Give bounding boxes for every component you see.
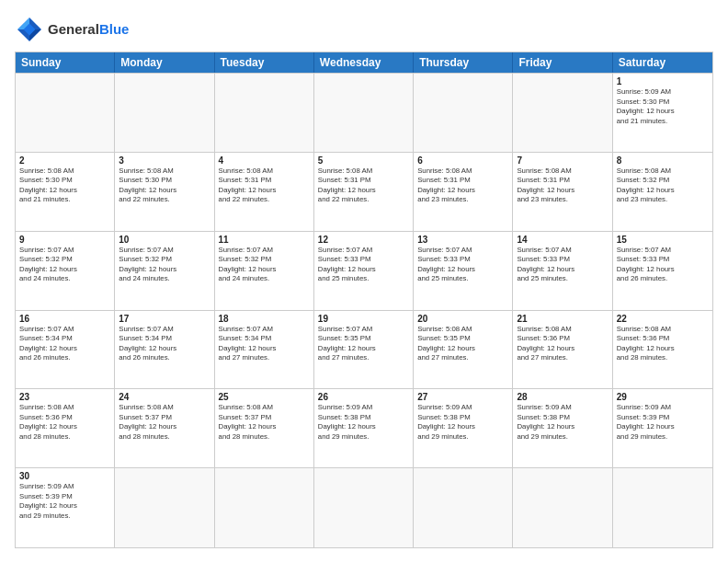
cell-empty xyxy=(513,468,612,547)
calendar: SundayMondayTuesdayWednesdayThursdayFrid… xyxy=(15,52,713,548)
day-number: 24 xyxy=(119,392,210,402)
day-number: 26 xyxy=(318,392,409,402)
cell-empty xyxy=(414,468,513,547)
cell-empty xyxy=(215,468,314,547)
cell-day-13: 13Sunrise: 5:07 AM Sunset: 5:33 PM Dayli… xyxy=(414,232,513,311)
day-number: 12 xyxy=(318,235,409,245)
day-number: 8 xyxy=(617,155,709,166)
cell-info: Sunrise: 5:08 AM Sunset: 5:37 PM Dayligh… xyxy=(119,403,210,442)
day-header-saturday: Saturday xyxy=(613,52,712,73)
day-number: 1 xyxy=(617,76,709,86)
cell-empty xyxy=(314,468,414,547)
cell-info: Sunrise: 5:09 AM Sunset: 5:39 PM Dayligh… xyxy=(617,403,709,442)
day-number: 6 xyxy=(417,155,508,166)
cell-day-30: 30Sunrise: 5:09 AM Sunset: 5:39 PM Dayli… xyxy=(16,468,115,547)
cell-day-24: 24Sunrise: 5:08 AM Sunset: 5:37 PM Dayli… xyxy=(115,389,214,468)
cell-day-4: 4Sunrise: 5:08 AM Sunset: 5:31 PM Daylig… xyxy=(215,153,314,232)
cell-day-11: 11Sunrise: 5:07 AM Sunset: 5:32 PM Dayli… xyxy=(215,232,314,311)
cell-day-28: 28Sunrise: 5:09 AM Sunset: 5:38 PM Dayli… xyxy=(513,389,612,468)
cell-day-20: 20Sunrise: 5:08 AM Sunset: 5:35 PM Dayli… xyxy=(414,311,513,390)
cell-day-29: 29Sunrise: 5:09 AM Sunset: 5:39 PM Dayli… xyxy=(613,389,712,468)
cell-day-25: 25Sunrise: 5:08 AM Sunset: 5:37 PM Dayli… xyxy=(215,389,314,468)
cell-info: Sunrise: 5:09 AM Sunset: 5:30 PM Dayligh… xyxy=(617,87,709,126)
cell-info: Sunrise: 5:08 AM Sunset: 5:35 PM Dayligh… xyxy=(417,325,508,363)
day-number: 14 xyxy=(517,235,608,245)
day-number: 16 xyxy=(19,314,110,324)
cell-day-16: 16Sunrise: 5:07 AM Sunset: 5:34 PM Dayli… xyxy=(16,311,115,390)
cell-day-17: 17Sunrise: 5:07 AM Sunset: 5:34 PM Dayli… xyxy=(115,311,214,390)
day-number: 13 xyxy=(417,235,508,245)
cell-info: Sunrise: 5:07 AM Sunset: 5:34 PM Dayligh… xyxy=(19,325,110,363)
day-number: 21 xyxy=(517,314,608,324)
logo-text: GeneralBlue xyxy=(48,22,129,38)
day-number: 27 xyxy=(417,392,508,402)
day-header-thursday: Thursday xyxy=(414,52,513,73)
cell-info: Sunrise: 5:07 AM Sunset: 5:35 PM Dayligh… xyxy=(318,325,409,363)
day-number: 9 xyxy=(19,235,110,245)
day-number: 3 xyxy=(119,155,210,166)
day-header-monday: Monday xyxy=(115,52,214,73)
cell-info: Sunrise: 5:08 AM Sunset: 5:36 PM Dayligh… xyxy=(19,403,110,442)
cell-info: Sunrise: 5:07 AM Sunset: 5:32 PM Dayligh… xyxy=(219,246,310,284)
cell-day-9: 9Sunrise: 5:07 AM Sunset: 5:32 PM Daylig… xyxy=(16,232,115,311)
day-number: 5 xyxy=(318,155,409,166)
cell-info: Sunrise: 5:07 AM Sunset: 5:33 PM Dayligh… xyxy=(318,246,409,284)
day-header-friday: Friday xyxy=(513,52,612,73)
day-number: 15 xyxy=(617,235,709,245)
cell-day-19: 19Sunrise: 5:07 AM Sunset: 5:35 PM Dayli… xyxy=(314,311,414,390)
day-number: 18 xyxy=(219,314,310,324)
cell-empty xyxy=(115,468,214,547)
cell-info: Sunrise: 5:07 AM Sunset: 5:32 PM Dayligh… xyxy=(19,246,110,284)
logo: GeneralBlue xyxy=(15,15,129,44)
cell-info: Sunrise: 5:07 AM Sunset: 5:32 PM Dayligh… xyxy=(119,246,210,284)
cell-info: Sunrise: 5:09 AM Sunset: 5:39 PM Dayligh… xyxy=(19,482,110,521)
cell-info: Sunrise: 5:08 AM Sunset: 5:32 PM Dayligh… xyxy=(617,167,709,205)
cell-day-6: 6Sunrise: 5:08 AM Sunset: 5:31 PM Daylig… xyxy=(414,153,513,232)
cell-info: Sunrise: 5:09 AM Sunset: 5:38 PM Dayligh… xyxy=(318,403,409,442)
cell-info: Sunrise: 5:08 AM Sunset: 5:36 PM Dayligh… xyxy=(517,325,608,363)
cell-info: Sunrise: 5:08 AM Sunset: 5:31 PM Dayligh… xyxy=(318,167,409,205)
day-number: 10 xyxy=(119,235,210,245)
cell-info: Sunrise: 5:08 AM Sunset: 5:31 PM Dayligh… xyxy=(417,167,508,205)
day-number: 29 xyxy=(617,392,709,402)
day-number: 4 xyxy=(219,155,310,166)
cell-day-12: 12Sunrise: 5:07 AM Sunset: 5:33 PM Dayli… xyxy=(314,232,414,311)
day-number: 23 xyxy=(19,392,110,402)
day-number: 11 xyxy=(219,235,310,245)
cell-empty xyxy=(16,74,115,153)
cell-day-23: 23Sunrise: 5:08 AM Sunset: 5:36 PM Dayli… xyxy=(16,389,115,468)
cell-day-26: 26Sunrise: 5:09 AM Sunset: 5:38 PM Dayli… xyxy=(314,389,414,468)
cell-empty xyxy=(613,468,712,547)
cell-day-21: 21Sunrise: 5:08 AM Sunset: 5:36 PM Dayli… xyxy=(513,311,612,390)
cell-day-10: 10Sunrise: 5:07 AM Sunset: 5:32 PM Dayli… xyxy=(115,232,214,311)
cell-info: Sunrise: 5:08 AM Sunset: 5:31 PM Dayligh… xyxy=(219,167,310,205)
day-number: 30 xyxy=(19,471,110,481)
cell-day-14: 14Sunrise: 5:07 AM Sunset: 5:33 PM Dayli… xyxy=(513,232,612,311)
day-number: 2 xyxy=(19,155,110,166)
day-number: 25 xyxy=(219,392,310,402)
day-number: 17 xyxy=(119,314,210,324)
logo-icon xyxy=(15,15,44,44)
cell-day-27: 27Sunrise: 5:09 AM Sunset: 5:38 PM Dayli… xyxy=(414,389,513,468)
cell-empty xyxy=(513,74,612,153)
cell-info: Sunrise: 5:08 AM Sunset: 5:31 PM Dayligh… xyxy=(517,167,608,205)
cell-info: Sunrise: 5:07 AM Sunset: 5:33 PM Dayligh… xyxy=(617,246,709,284)
cell-day-5: 5Sunrise: 5:08 AM Sunset: 5:31 PM Daylig… xyxy=(314,153,414,232)
cell-day-8: 8Sunrise: 5:08 AM Sunset: 5:32 PM Daylig… xyxy=(613,153,712,232)
cell-day-18: 18Sunrise: 5:07 AM Sunset: 5:34 PM Dayli… xyxy=(215,311,314,390)
day-number: 28 xyxy=(517,392,608,402)
day-headers: SundayMondayTuesdayWednesdayThursdayFrid… xyxy=(16,52,712,73)
day-header-sunday: Sunday xyxy=(16,52,115,73)
cell-info: Sunrise: 5:07 AM Sunset: 5:34 PM Dayligh… xyxy=(219,325,310,363)
day-number: 19 xyxy=(318,314,409,324)
cell-day-1: 1Sunrise: 5:09 AM Sunset: 5:30 PM Daylig… xyxy=(613,74,712,153)
cell-info: Sunrise: 5:09 AM Sunset: 5:38 PM Dayligh… xyxy=(517,403,608,442)
calendar-grid: 1Sunrise: 5:09 AM Sunset: 5:30 PM Daylig… xyxy=(16,73,712,547)
cell-day-15: 15Sunrise: 5:07 AM Sunset: 5:33 PM Dayli… xyxy=(613,232,712,311)
cell-empty xyxy=(215,74,314,153)
day-number: 22 xyxy=(617,314,709,324)
cell-info: Sunrise: 5:08 AM Sunset: 5:37 PM Dayligh… xyxy=(219,403,310,442)
day-header-wednesday: Wednesday xyxy=(314,52,414,73)
cell-day-2: 2Sunrise: 5:08 AM Sunset: 5:30 PM Daylig… xyxy=(16,153,115,232)
cell-info: Sunrise: 5:08 AM Sunset: 5:30 PM Dayligh… xyxy=(119,167,210,205)
